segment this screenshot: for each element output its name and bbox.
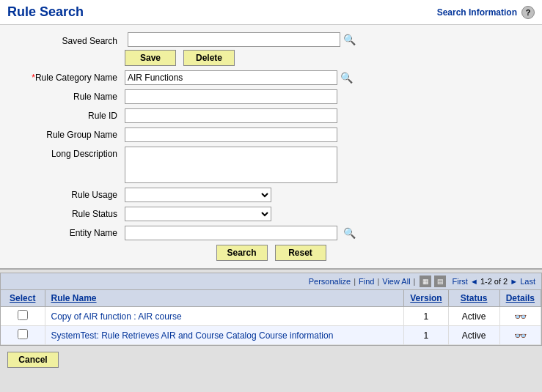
last-link[interactable]: Last: [520, 277, 535, 286]
spreadsheet-icon[interactable]: ▦: [420, 275, 431, 287]
pagination-range: 1-2 of 2: [480, 277, 508, 286]
rule-usage-select[interactable]: [125, 188, 271, 202]
table-row: Copy of AIR function : AIR course1Active…: [1, 307, 541, 326]
rule-category-label: *Rule Category Name: [7, 70, 125, 83]
entity-name-label: Entity Name: [7, 226, 125, 238]
table-row: SystemTest: Rule Retrieves AIR and Cours…: [1, 326, 541, 345]
entity-name-row: Entity Name 🔍: [0, 226, 542, 240]
rule-status-row: Rule Status: [0, 207, 542, 221]
pagination-info: First ◄ 1-2 of 2 ► Last: [452, 277, 535, 286]
rule-category-control: 🔍: [125, 70, 353, 85]
rule-group-row: Rule Group Name: [0, 127, 542, 142]
rule-id-input[interactable]: [125, 108, 337, 123]
form-section: Saved Search 🔍 Save Delete *Rule Categor…: [0, 25, 542, 270]
details-icon[interactable]: 👓: [514, 311, 527, 322]
saved-search-label: Saved Search: [7, 34, 125, 46]
first-link[interactable]: First: [452, 277, 467, 286]
save-button[interactable]: Save: [125, 50, 176, 66]
calendar-icon[interactable]: ▤: [434, 275, 446, 287]
rule-category-lookup-icon[interactable]: 🔍: [340, 72, 353, 84]
rule-id-row: Rule ID: [0, 108, 542, 123]
search-info-link[interactable]: Search Information: [437, 7, 517, 18]
details-icon[interactable]: 👓: [514, 330, 527, 341]
search-button[interactable]: Search: [216, 245, 268, 261]
col-status[interactable]: Status: [448, 290, 499, 307]
row-select-cell: [1, 326, 45, 345]
rule-group-control: [125, 127, 337, 142]
rule-id-label: Rule ID: [7, 108, 125, 121]
long-desc-label: Long Description: [7, 147, 125, 159]
rule-name-control: [125, 89, 337, 104]
rule-name-row: Rule Name: [0, 89, 542, 104]
rule-usage-label: Rule Usage: [7, 188, 125, 200]
header-right: Search Information ?: [437, 6, 535, 19]
row-select-cell: [1, 307, 45, 326]
results-section: Personalize | Find | View All | ▦ ▤ Firs…: [0, 273, 542, 346]
status-cell: Active: [448, 326, 499, 345]
version-cell: 1: [404, 307, 448, 326]
page-container: Rule Search Search Information ? Saved S…: [0, 0, 542, 392]
results-toolbar: Personalize | Find | View All | ▦ ▤ Firs…: [1, 273, 541, 290]
row-checkbox[interactable]: [18, 329, 28, 339]
rule-status-label: Rule Status: [7, 207, 125, 219]
entity-name-input[interactable]: [125, 226, 337, 240]
rule-name-link[interactable]: SystemTest: Rule Retrieves AIR and Cours…: [51, 330, 334, 341]
saved-search-input-row: Saved Search 🔍: [7, 32, 356, 47]
nav-next[interactable]: ►: [510, 277, 520, 286]
rule-name-input[interactable]: [125, 89, 337, 104]
rule-status-control: [125, 207, 271, 221]
rule-id-control: [125, 108, 337, 123]
find-link[interactable]: Find: [359, 277, 374, 286]
search-reset-buttons: Search Reset: [0, 245, 542, 261]
page-header: Rule Search Search Information ?: [0, 0, 542, 25]
rule-name-link[interactable]: Copy of AIR function : AIR course: [51, 311, 182, 322]
rule-group-label: Rule Group Name: [7, 127, 125, 140]
col-select[interactable]: Select: [1, 290, 45, 307]
status-cell: Active: [448, 307, 499, 326]
saved-search-lookup-icon[interactable]: 🔍: [343, 34, 356, 45]
rule-status-select[interactable]: [125, 207, 271, 221]
nav-prev[interactable]: ◄: [470, 277, 480, 286]
saved-search-input[interactable]: [128, 32, 340, 47]
results-table: Select Rule Name Version Status Details: [1, 290, 541, 345]
rule-name-cell: SystemTest: Rule Retrieves AIR and Cours…: [45, 326, 404, 345]
long-desc-input[interactable]: [125, 147, 337, 183]
col-rule-name[interactable]: Rule Name: [45, 290, 404, 307]
view-all-link[interactable]: View All: [382, 277, 410, 286]
table-header-row: Select Rule Name Version Status Details: [1, 290, 541, 307]
rule-category-input[interactable]: [125, 70, 337, 85]
help-button[interactable]: ?: [521, 6, 535, 19]
col-details[interactable]: Details: [499, 290, 541, 307]
cancel-button[interactable]: Cancel: [7, 352, 59, 368]
rule-category-row: *Rule Category Name 🔍: [0, 70, 542, 85]
personalize-link[interactable]: Personalize: [309, 277, 351, 286]
rule-usage-row: Rule Usage: [0, 188, 542, 202]
cancel-row: Cancel: [0, 346, 542, 374]
reset-button[interactable]: Reset: [275, 245, 326, 261]
rule-name-cell: Copy of AIR function : AIR course: [45, 307, 404, 326]
rule-name-label: Rule Name: [7, 89, 125, 102]
col-version[interactable]: Version: [404, 290, 448, 307]
details-cell: 👓: [499, 326, 541, 345]
details-cell: 👓: [499, 307, 541, 326]
long-desc-row: Long Description: [0, 147, 542, 183]
entity-name-lookup-icon[interactable]: 🔍: [343, 227, 356, 239]
page-title: Rule Search: [7, 4, 84, 20]
delete-button[interactable]: Delete: [183, 50, 235, 66]
row-checkbox[interactable]: [18, 310, 28, 320]
saved-search-row: Saved Search 🔍 Save Delete: [0, 32, 542, 66]
saved-search-control: 🔍: [128, 32, 356, 47]
toolbar-icons: ▦ ▤: [420, 275, 446, 287]
version-cell: 1: [404, 326, 448, 345]
entity-name-control: 🔍: [125, 226, 356, 240]
saved-search-buttons: Save Delete: [125, 50, 235, 66]
rule-usage-control: [125, 188, 271, 202]
long-desc-control: [125, 147, 337, 183]
rule-group-input[interactable]: [125, 127, 337, 142]
